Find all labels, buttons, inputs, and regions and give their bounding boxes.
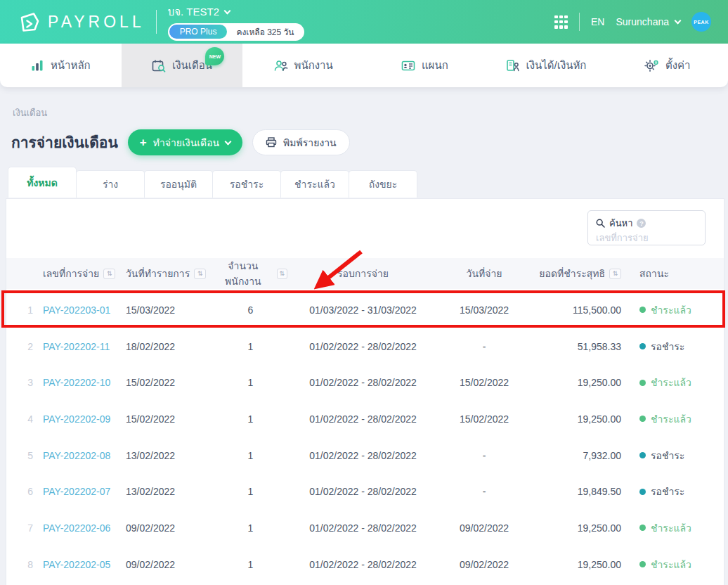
payment-link[interactable]: PAY-202202-06 [43, 522, 110, 534]
header-divider [579, 13, 580, 31]
content-panel: ค้นหา ? เลขที่การจ่าย ⇅ วันที่ทำรายการ ⇅… [6, 198, 724, 585]
days-remaining: คงเหลือ 325 วัน [227, 25, 303, 39]
plan-pill: PRO Plus คงเหลือ 325 วัน [168, 23, 305, 41]
tab-pending-approval[interactable]: รออนุมัติ [144, 170, 213, 198]
status-badge: ชำระแล้ว [621, 411, 724, 427]
search-icon [596, 219, 605, 228]
column-header-payment-id: เลขที่การจ่าย ⇅ [34, 266, 126, 281]
payment-link[interactable]: PAY-202202-11 [43, 341, 110, 352]
printer-icon [266, 137, 277, 148]
column-header-status: สถานะ [621, 266, 724, 281]
chevron-down-icon [225, 138, 232, 145]
status-badge: รอชำระ [621, 339, 724, 354]
table-row[interactable]: 4 PAY-202202-09 15/02/2022 1 01/02/2022 … [6, 401, 724, 437]
status-dot [639, 380, 646, 386]
payroll-calendar-icon [152, 59, 166, 72]
income-deduction-icon [506, 59, 520, 72]
payment-link[interactable]: PAY-202202-05 [43, 559, 110, 570]
tab-draft[interactable]: ร่าง [76, 170, 145, 198]
chevron-down-icon [675, 18, 682, 25]
app-header: PAYROLL บจ. TEST2 PRO Plus คงเหลือ 325 ว… [0, 0, 728, 44]
nav-item-departments[interactable]: แผนก [364, 44, 486, 87]
table-row[interactable]: 1 PAY-202203-01 15/03/2022 6 01/03/2022 … [6, 292, 724, 328]
avatar[interactable]: PEAK [691, 12, 711, 32]
payment-link[interactable]: PAY-202202-07 [43, 486, 110, 497]
column-header-pay-date: วันที่จ่าย [438, 266, 530, 281]
company-switcher[interactable]: บจ. TEST2 [168, 4, 305, 20]
sort-icon[interactable]: ⇅ [194, 269, 206, 279]
bar-chart-icon [31, 59, 44, 72]
nav-label: เงินได้/เงินหัก [526, 57, 587, 74]
nav-label: พนักงาน [294, 57, 333, 74]
nav-label: แผนก [422, 57, 448, 74]
main-navigation: หน้าหลัก เงินเดือน NEW พนักงาน [0, 44, 728, 87]
app-logo[interactable]: PAYROLL [17, 11, 145, 32]
status-tabs: ทั้งหมด ร่าง รออนุมัติ รอชำระ ชำระแล้ว ถ… [8, 167, 728, 198]
search-label: ค้นหา [609, 216, 632, 231]
payment-link[interactable]: PAY-202202-09 [43, 413, 110, 425]
status-dot [639, 525, 646, 531]
status-badge: ชำระแล้ว [621, 557, 724, 572]
department-card-icon [401, 60, 415, 72]
logo-wordmark: PAYROLL [48, 13, 145, 32]
nav-item-settings[interactable]: ตั้งค่า [606, 44, 728, 87]
chevron-down-icon [224, 7, 231, 14]
payment-link[interactable]: PAY-202202-10 [43, 377, 110, 388]
nav-item-employees[interactable]: พนักงาน [242, 44, 364, 87]
tab-pending-payment[interactable]: รอชำระ [212, 170, 281, 198]
user-menu[interactable]: Surunchana [616, 16, 680, 27]
print-report-button[interactable]: พิมพ์รายงาน [252, 129, 350, 155]
payment-link[interactable]: PAY-202203-01 [43, 304, 110, 316]
sort-icon[interactable]: ⇅ [277, 269, 287, 279]
breadcrumb[interactable]: เงินเดือน [0, 87, 728, 120]
nav-item-payroll[interactable]: เงินเดือน NEW [122, 44, 243, 87]
column-header-pay-period: รอบการจ่าย [287, 266, 438, 281]
status-badge: ชำระแล้ว [621, 302, 724, 318]
paper-plane-logo-icon [17, 11, 41, 32]
page-title: การจ่ายเงินเดือน [11, 131, 118, 154]
status-dot [639, 489, 646, 495]
table-body: 1 PAY-202203-01 15/03/2022 6 01/03/2022 … [6, 289, 724, 583]
apps-grid-icon[interactable] [554, 15, 568, 29]
table-row[interactable]: 6 PAY-202202-07 13/02/2022 1 01/02/2022 … [6, 473, 724, 510]
search-input[interactable] [596, 231, 697, 243]
tab-all[interactable]: ทั้งหมด [8, 167, 77, 198]
status-dot [639, 561, 646, 567]
tab-paid[interactable]: ชำระแล้ว [280, 170, 349, 198]
tab-trash[interactable]: ถังขยะ [349, 170, 417, 198]
status-dot [639, 307, 646, 313]
table-row[interactable]: 2 PAY-202202-11 18/02/2022 1 01/02/2022 … [6, 328, 724, 365]
status-badge: รอชำระ [621, 484, 724, 499]
table-row[interactable]: 8 PAY-202202-05 09/02/2022 1 01/02/2022 … [6, 546, 724, 583]
help-icon[interactable]: ? [637, 219, 646, 228]
table-row[interactable]: 7 PAY-202202-06 09/02/2022 1 01/02/2022 … [6, 510, 724, 546]
nav-label: หน้าหลัก [51, 57, 91, 74]
header-divider [156, 10, 157, 34]
employees-icon [274, 59, 288, 72]
status-dot [639, 416, 646, 422]
status-dot [639, 452, 646, 458]
table-row[interactable]: 3 PAY-202202-10 15/02/2022 1 01/02/2022 … [6, 364, 724, 401]
status-badge: ชำระแล้ว [621, 520, 724, 536]
nav-label: ตั้งค่า [665, 57, 691, 74]
column-header-transaction-date: วันที่ทำรายการ ⇅ [126, 266, 214, 281]
nav-item-income-deduction[interactable]: เงินได้/เงินหัก [486, 44, 607, 87]
table-row[interactable]: 5 PAY-202202-08 13/02/2022 1 01/02/2022 … [6, 437, 724, 474]
nav-item-home[interactable]: หน้าหลัก [0, 44, 122, 87]
language-switcher[interactable]: EN [591, 16, 604, 27]
search-box[interactable]: ค้นหา ? [587, 210, 706, 245]
username: Surunchana [616, 16, 669, 27]
sort-icon[interactable]: ⇅ [609, 269, 621, 279]
plan-badge: PRO Plus [169, 25, 228, 39]
create-payroll-button[interactable]: + ทำจ่ายเงินเดือน [128, 129, 242, 155]
new-badge: NEW [205, 47, 224, 65]
column-header-net-amount: ยอดที่ชำระสุทธิ ⇅ [530, 266, 621, 281]
company-name: บจ. TEST2 [168, 4, 219, 20]
status-badge: รอชำระ [621, 448, 724, 463]
plus-icon: + [140, 136, 147, 148]
status-badge: ชำระแล้ว [621, 375, 724, 390]
payment-link[interactable]: PAY-202202-08 [43, 450, 110, 461]
column-header-employee-count: จำนวนพนักงาน ⇅ [214, 258, 287, 289]
sort-icon[interactable]: ⇅ [103, 269, 115, 279]
table-header: เลขที่การจ่าย ⇅ วันที่ทำรายการ ⇅ จำนวนพน… [6, 258, 724, 289]
